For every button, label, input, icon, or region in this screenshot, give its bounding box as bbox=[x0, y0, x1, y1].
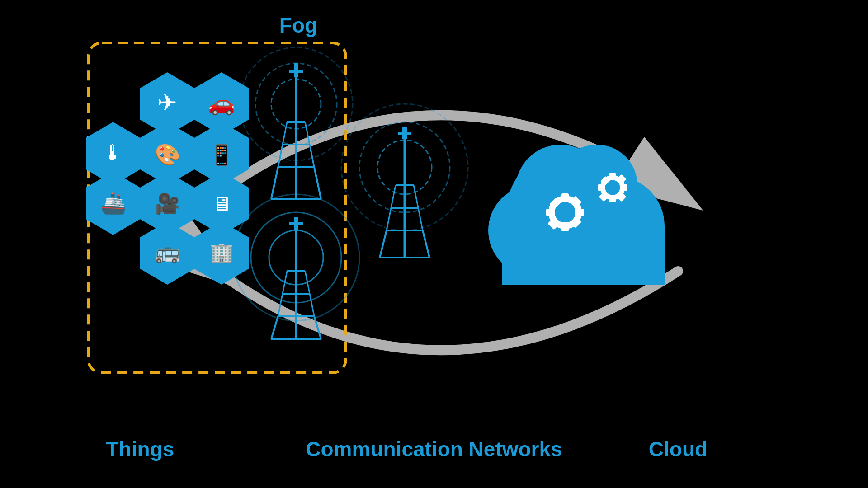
svg-rect-84 bbox=[609, 173, 616, 180]
diagram-container: ✈ 🚗 🌡 🎨 📱 🚢 🎥 🖥 🚌 🏢 bbox=[0, 0, 868, 488]
svg-text:📱: 📱 bbox=[209, 143, 234, 167]
svg-text:✈: ✈ bbox=[157, 89, 177, 116]
svg-text:🌡: 🌡 bbox=[102, 141, 124, 165]
communication-networks-label: Communication Networks bbox=[306, 437, 562, 461]
svg-rect-77 bbox=[575, 209, 584, 216]
svg-rect-85 bbox=[609, 195, 616, 202]
things-label: Things bbox=[106, 437, 175, 461]
svg-rect-0 bbox=[0, 0, 868, 488]
svg-rect-75 bbox=[561, 222, 569, 231]
svg-rect-86 bbox=[598, 184, 605, 191]
svg-text:🚢: 🚢 bbox=[100, 191, 127, 216]
svg-text:🎥: 🎥 bbox=[155, 192, 180, 216]
svg-rect-27 bbox=[289, 70, 303, 73]
svg-text:🎨: 🎨 bbox=[155, 142, 181, 167]
svg-rect-74 bbox=[561, 193, 569, 202]
svg-rect-43 bbox=[289, 222, 303, 225]
cloud-label: Cloud bbox=[649, 437, 708, 461]
svg-rect-71 bbox=[502, 226, 665, 285]
svg-point-73 bbox=[560, 207, 571, 218]
svg-text:🚗: 🚗 bbox=[208, 90, 235, 116]
svg-rect-57 bbox=[398, 132, 411, 135]
svg-text:🖥: 🖥 bbox=[212, 192, 231, 215]
svg-point-83 bbox=[609, 183, 617, 192]
svg-rect-76 bbox=[546, 209, 555, 216]
svg-rect-87 bbox=[620, 184, 627, 191]
fog-label: Fog bbox=[279, 14, 317, 37]
svg-text:🚌: 🚌 bbox=[155, 239, 181, 264]
svg-text:🏢: 🏢 bbox=[210, 241, 234, 264]
